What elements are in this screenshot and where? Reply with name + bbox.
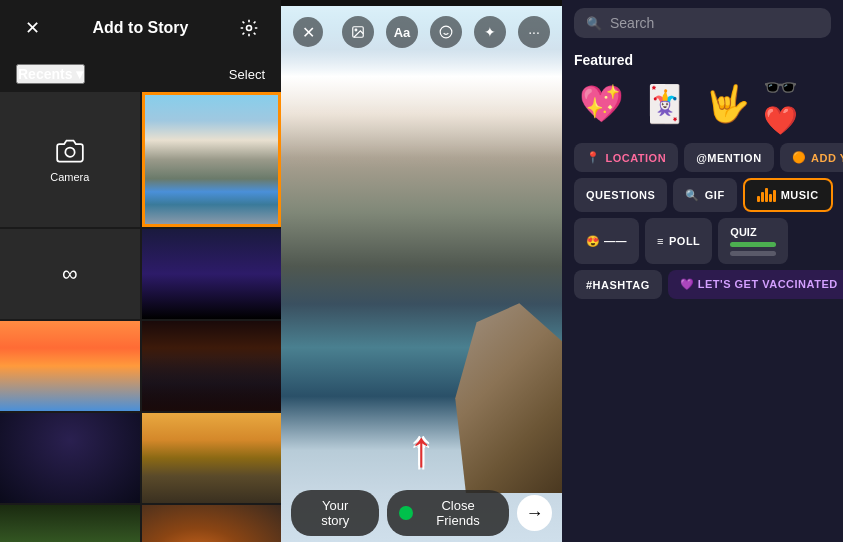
gallery-item-plants[interactable] — [0, 505, 140, 542]
sticker-row-1: 📍 LOCATION @MENTION 🟠 ADD YOURS — [574, 143, 831, 172]
add-yours-sticker[interactable]: 🟠 ADD YOURS — [780, 143, 843, 172]
infinity-item[interactable]: ∞ — [0, 229, 140, 319]
gallery-item-sunset[interactable] — [0, 321, 140, 411]
featured-sticker-1[interactable]: 💖 — [574, 76, 629, 131]
recents-row: Recents ▾ Select — [0, 56, 281, 92]
gallery-item-tea[interactable] — [142, 505, 282, 542]
location-sticker[interactable]: 📍 LOCATION — [574, 143, 678, 172]
story-background: ✕ Aa ✦ ··· ↑ — [281, 6, 562, 542]
panel1-header: ✕ Add to Story — [0, 0, 281, 56]
gallery-item-night2[interactable] — [0, 413, 140, 503]
story-toolbar: ✕ Aa ✦ ··· — [281, 16, 562, 48]
search-gif-icon: 🔍 — [685, 189, 700, 202]
quiz-bar-2 — [730, 251, 776, 256]
story-close-button[interactable]: ✕ — [293, 17, 323, 47]
featured-sticker-2[interactable]: 🃏 — [637, 76, 692, 131]
gallery-item-silhouette[interactable] — [142, 321, 282, 411]
story-tool-icons: Aa ✦ ··· — [342, 16, 550, 48]
recents-dropdown[interactable]: Recents ▾ — [16, 64, 85, 84]
upload-arrow: ↑ — [409, 420, 434, 478]
questions-sticker[interactable]: QUESTIONS — [574, 178, 667, 212]
sticker-row-2: QUESTIONS 🔍 GIF MUSIC — [574, 178, 831, 212]
featured-label: Featured — [562, 46, 843, 72]
featured-sticker-3[interactable]: 🤟 — [700, 76, 755, 131]
svg-point-3 — [355, 29, 357, 31]
hashtag-sticker[interactable]: #HASHTAG — [574, 270, 662, 299]
text-tool-button[interactable]: Aa — [386, 16, 418, 48]
gallery-item-building[interactable] — [142, 413, 282, 503]
search-bar-wrapper: 🔍 — [562, 0, 843, 46]
sticker-grid: 📍 LOCATION @MENTION 🟠 ADD YOURS QUESTION… — [562, 139, 843, 542]
emoji-reaction-sticker[interactable]: 😍 —— — [574, 218, 639, 264]
gif-sticker[interactable]: 🔍 GIF — [673, 178, 736, 212]
camera-item[interactable]: Camera — [0, 92, 140, 227]
more-tool-button[interactable]: ··· — [518, 16, 550, 48]
panel-sticker-picker: 🔍 Featured 💖 🃏 🤟 🕶️❤️ 📍 LOCATION @MENTIO… — [562, 0, 843, 542]
poll-icon: ≡ — [657, 235, 664, 247]
infinity-icon: ∞ — [62, 261, 78, 287]
settings-button[interactable] — [233, 12, 265, 44]
your-story-button[interactable]: Your story — [291, 490, 379, 536]
search-input[interactable] — [610, 15, 819, 31]
poll-sticker[interactable]: ≡ POLL — [645, 218, 712, 264]
location-icon: 📍 — [586, 151, 601, 164]
panel-add-to-story: ✕ Add to Story Recents ▾ Select Camera — [0, 0, 281, 542]
story-bottom-bar: Your story Close Friends → — [291, 490, 552, 536]
sparkle-tool-button[interactable]: ✦ — [474, 16, 506, 48]
gallery-item-night[interactable] — [142, 229, 282, 319]
quiz-bar-1 — [730, 242, 776, 247]
camera-label: Camera — [50, 171, 89, 183]
gallery-tool-button[interactable] — [342, 16, 374, 48]
close-button[interactable]: ✕ — [16, 12, 48, 44]
green-dot-icon — [399, 506, 413, 520]
panel-story-editor: ✕ Aa ✦ ··· ↑ — [281, 0, 562, 542]
svg-point-4 — [440, 26, 452, 38]
music-sticker[interactable]: MUSIC — [743, 178, 833, 212]
music-bars-icon — [757, 188, 776, 202]
panel1-title: Add to Story — [93, 19, 189, 37]
gallery-grid: Camera ∞ — [0, 92, 281, 542]
sticker-tool-button[interactable] — [430, 16, 462, 48]
next-button[interactable]: → — [517, 495, 552, 531]
featured-sticker-4[interactable]: 🕶️❤️ — [763, 76, 818, 131]
vaccinated-sticker[interactable]: 💜 LET'S GET VACCINATED — [668, 270, 843, 299]
mention-sticker[interactable]: @MENTION — [684, 143, 773, 172]
featured-stickers-row: 💖 🃏 🤟 🕶️❤️ — [562, 72, 843, 139]
svg-point-1 — [65, 147, 74, 156]
gallery-item-mountain-bridge[interactable] — [142, 92, 282, 227]
sticker-row-4: #HASHTAG 💜 LET'S GET VACCINATED 🔗 LINK — [574, 270, 831, 299]
svg-point-0 — [247, 26, 252, 31]
search-icon: 🔍 — [586, 16, 602, 31]
search-bar: 🔍 — [574, 8, 831, 38]
sticker-row-3: 😍 —— ≡ POLL QUIZ — [574, 218, 831, 264]
select-button[interactable]: Select — [229, 67, 265, 82]
close-friends-button[interactable]: Close Friends — [387, 490, 508, 536]
quiz-sticker[interactable]: QUIZ — [718, 218, 788, 264]
chevron-down-icon: ▾ — [76, 66, 83, 82]
add-yours-icon: 🟠 — [792, 151, 807, 164]
